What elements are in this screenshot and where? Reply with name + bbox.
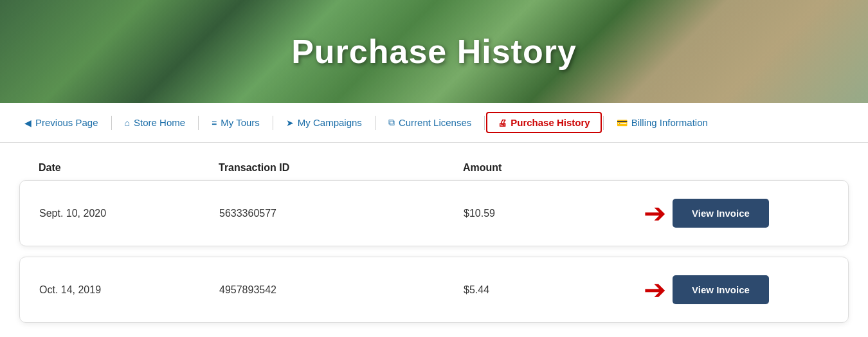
column-transaction-id: Transaction ID: [219, 162, 463, 174]
nav-my-campaigns[interactable]: ➤ My Campaigns: [275, 112, 374, 133]
my-campaigns-icon: ➤: [286, 118, 294, 128]
nav-current-licenses-label: Current Licenses: [399, 117, 471, 128]
nav-billing-information-label: Billing Information: [631, 117, 708, 128]
billing-information-icon: 💳: [617, 118, 628, 128]
nav-divider-1: [111, 116, 112, 130]
previous-page-icon: ◀: [24, 118, 32, 128]
nav-current-licenses[interactable]: ⧉ Current Licenses: [377, 112, 483, 133]
hero-banner: Purchase History: [0, 0, 868, 103]
nav-my-tours[interactable]: ≡ My Tours: [200, 112, 271, 133]
row1-arrow-icon: ➔: [644, 200, 666, 227]
nav-previous-page[interactable]: ◀ Previous Page: [13, 112, 110, 133]
row2-transaction-id: 4957893542: [219, 284, 464, 296]
row2-arrow-icon: ➔: [644, 277, 666, 304]
table-header: Date Transaction ID Amount: [19, 156, 849, 180]
content-area: Date Transaction ID Amount Sept. 10, 202…: [0, 143, 868, 337]
nav-divider-6: [603, 116, 604, 130]
nav-my-campaigns-label: My Campaigns: [298, 117, 362, 128]
navbar: ◀ Previous Page ⌂ Store Home ≡ My Tours …: [0, 103, 868, 143]
nav-divider-5: [484, 116, 485, 130]
nav-divider-2: [198, 116, 199, 130]
nav-billing-information[interactable]: 💳 Billing Information: [605, 112, 719, 133]
nav-purchase-history[interactable]: 🖨 Purchase History: [486, 112, 601, 133]
purchase-history-icon: 🖨: [498, 118, 507, 128]
my-tours-icon: ≡: [212, 118, 217, 128]
column-amount: Amount: [463, 162, 643, 174]
row1-view-invoice-button[interactable]: View Invoice: [673, 199, 769, 228]
page-title: Purchase History: [291, 32, 577, 71]
current-licenses-icon: ⧉: [388, 117, 395, 128]
nav-store-home[interactable]: ⌂ Store Home: [113, 112, 197, 133]
nav-purchase-history-label: Purchase History: [511, 117, 590, 128]
row2-invoice-section: ➔ View Invoice: [644, 275, 829, 304]
row1-transaction-id: 5633360577: [219, 208, 464, 219]
nav-divider-4: [375, 116, 375, 130]
row1-amount: $10.59: [464, 208, 644, 219]
table-row: Oct. 14, 2019 4957893542 $5.44 ➔ View In…: [19, 257, 849, 323]
column-date: Date: [39, 162, 219, 174]
table-row: Sept. 10, 2020 5633360577 $10.59 ➔ View …: [19, 180, 849, 246]
row1-invoice-section: ➔ View Invoice: [644, 199, 829, 228]
row2-date: Oct. 14, 2019: [39, 284, 219, 296]
row1-date: Sept. 10, 2020: [39, 208, 219, 219]
nav-my-tours-label: My Tours: [221, 117, 260, 128]
row2-amount: $5.44: [464, 284, 644, 296]
row2-view-invoice-button[interactable]: View Invoice: [673, 275, 769, 304]
column-action: [643, 162, 829, 174]
nav-divider-3: [273, 116, 273, 130]
nav-previous-page-label: Previous Page: [35, 117, 98, 128]
nav-store-home-label: Store Home: [134, 117, 185, 128]
store-home-icon: ⌂: [125, 118, 130, 128]
